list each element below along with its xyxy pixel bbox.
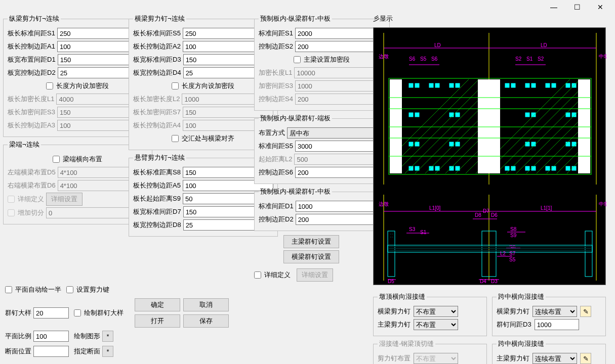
p-s6-input[interactable] [295,167,385,178]
svg-text:S9: S9 [510,233,517,238]
ok-button[interactable]: 确定 [135,298,180,311]
svg-rect-37 [449,113,454,117]
cancel-button[interactable]: 取消 [183,298,229,311]
half-plan-checkbox[interactable]: 平面自动绘一半 [5,285,61,294]
arrange-label: 布置方式 [259,128,285,138]
main-beam-group-settings-button[interactable]: 主梁群钉设置 [283,235,339,248]
svg-rect-26 [456,83,460,87]
p-s4-label: 控制边距S4 [259,95,293,104]
svg-text:中墩: 中墩 [599,54,606,59]
bottom-bar: 平面自动绘一半 设置剪力键 群钉大样 绘制群钉大样 确定 取消 打开 保存 平面… [5,281,253,360]
pier-cross-label: 横梁剪力钉 [378,307,411,316]
d5-label: 左端横梁布置D5 [8,168,56,177]
app-window: — ☐ ✕ 纵梁剪力钉¬连续 板长标准间距S1 板长控制边距A1 板宽布置间距D… [0,0,615,364]
beam-end-transverse-checkbox[interactable]: 梁端横向布置 [53,155,102,164]
svg-rect-22 [415,83,419,87]
d3-label: 板宽标准间距D3 [133,55,181,64]
svg-rect-36 [415,113,419,117]
group-prefab-trans-mid: 预制板内-横梁群钉-中板 标准间距D1 控制边距D2 [254,187,390,231]
maximize-button[interactable]: ☐ [565,1,589,14]
group-title: 墩顶横向湿接缝 [378,292,427,301]
group-title: 预制板内-横梁群钉-中板 [259,187,332,196]
main-beam-densify-checkbox[interactable]: 主梁设置加密段 [294,55,350,64]
s9-label: 板长起始距离S9 [133,194,181,203]
pier-cross-select[interactable]: 不布置 [414,306,458,317]
section-pos-input[interactable] [33,346,69,357]
svg-text:S6: S6 [409,56,416,62]
svg-rect-19 [478,79,500,173]
shear-key-checkbox[interactable]: 设置剪力键 [66,285,109,294]
svg-rect-23 [429,83,433,87]
p-s2-input[interactable] [295,41,385,52]
svg-rect-110 [389,246,591,247]
length-densify-checkbox-2[interactable]: 长度方向设加密段 [172,81,234,90]
open-button[interactable]: 打开 [135,314,180,328]
span-main-select[interactable]: 连续布置 [532,353,577,364]
svg-rect-62 [552,166,556,170]
cross-beam-group-settings-button[interactable]: 横梁群钉设置 [283,250,339,263]
plan-scale-label: 平面比例 [5,332,31,341]
group-title: 预制板内-纵梁群钉-中板 [259,14,332,23]
group-stud-sample-input[interactable] [33,307,69,318]
a5-label: 板长控制边距A5 [133,181,181,190]
svg-text:LD: LD [434,42,441,48]
edit-icon-2[interactable]: ✎ [580,353,591,364]
svg-text:S5: S5 [509,257,516,262]
svg-rect-31 [546,83,550,87]
svg-rect-21 [409,83,413,87]
span-main-label: 主梁剪力钉 [497,354,529,363]
group-prefab-long-mid: 预制板内-纵梁群钉-中板 标准间距S1 控制边距S2 主梁设置加密段 加密长度L… [254,14,390,111]
svg-point-92 [392,237,393,238]
s7-label: 板长加密间距S7 [133,108,181,117]
svg-rect-111 [389,248,591,249]
svg-rect-57 [505,166,509,170]
draw-figure-button[interactable]: * [102,331,113,342]
pier-main-select[interactable]: 不布置 [414,319,458,330]
group-title: 梁端¬连续 [8,140,41,149]
svg-text:S5: S5 [420,56,427,62]
minimize-button[interactable]: — [542,1,565,14]
span-d3-label: 群钉间距D3 [497,320,531,329]
d4-label: 板宽控制边距D4 [133,68,181,77]
p-s5-input[interactable] [295,141,385,152]
svg-rect-28 [511,83,515,87]
svg-rect-61 [546,166,550,170]
a4-label: 板长控制边距A4 [133,121,181,130]
svg-text:D6: D6 [491,212,498,218]
svg-text:S1: S1 [420,230,427,235]
svg-point-89 [390,234,391,235]
p-s1-input[interactable] [295,28,385,39]
column-3: 预制板内-纵梁群钉-中板 标准间距S1 控制边距S2 主梁设置加密段 加密长度L… [254,14,368,283]
svg-rect-24 [435,83,439,87]
span-d3-input[interactable] [535,319,579,330]
close-button[interactable]: ✕ [589,1,612,14]
t-d1-input[interactable] [296,201,386,212]
t-d2-input[interactable] [296,214,386,225]
draw-group-stud-checkbox[interactable]: 绘制群钉大样 [74,308,124,317]
plan-scale-input[interactable] [33,331,69,342]
specify-section-button[interactable]: * [102,346,113,357]
svg-rect-63 [566,166,570,170]
detail-define-checkbox-2[interactable]: 详细定义 [254,270,291,280]
svg-rect-86 [388,231,395,277]
column-4: 彡显示 边墩 LD LD 中墩 [373,14,606,364]
svg-rect-48 [531,142,536,146]
group-midspan-wet-joint-2: 跨中横向湿接缝 主梁剪力钉 连续布置 ✎ [492,339,606,364]
group-wet-joint-steel-top: 湿接缝-钢梁顶切缝 剪力钉布置 不布置 [373,339,487,364]
edit-icon[interactable]: ✎ [580,306,591,317]
svg-text:中墩: 中墩 [599,201,606,207]
length-densify-checkbox[interactable]: 长度方向设加密段 [46,81,109,90]
column-1: 纵梁剪力钉¬连续 板长标准间距S1 板长控制边距A1 板宽布置间距D1 板宽控制… [3,14,124,224]
svg-rect-25 [449,83,454,87]
diagram-preview: 边墩 LD LD 中墩 S6S5S6 S2S1S2 [373,27,606,285]
arrange-select[interactable]: 居中布 [287,127,385,139]
span-cross-select[interactable]: 连续布置 [532,306,577,317]
detail-settings-button: 详细设置 [46,193,83,206]
save-button[interactable]: 保存 [183,314,229,328]
svg-rect-29 [525,83,529,87]
align-crossbeam-checkbox[interactable]: 交汇处与横梁对齐 [172,134,234,143]
svg-rect-20 [578,79,590,173]
p-s4-input [295,94,385,105]
svg-rect-35 [409,113,413,117]
p-s5-label: 标准间距S5 [259,142,293,151]
